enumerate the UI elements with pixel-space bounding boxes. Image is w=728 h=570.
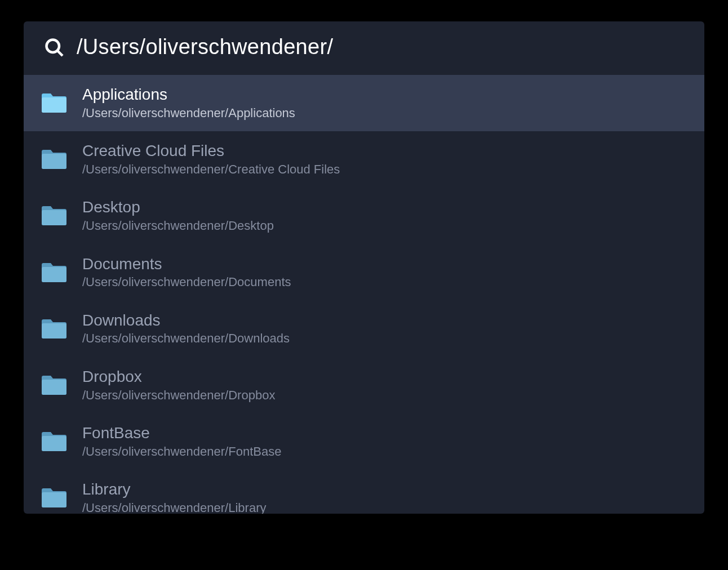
result-name: Dropbox xyxy=(82,367,275,386)
result-path: /Users/oliverschwendener/FontBase xyxy=(82,444,281,460)
svg-point-0 xyxy=(47,39,60,52)
folder-icon xyxy=(41,204,68,227)
launcher-window: Applications/Users/oliverschwendener/App… xyxy=(24,21,704,514)
result-item[interactable]: Applications/Users/oliverschwendener/App… xyxy=(24,75,704,131)
result-name: Documents xyxy=(82,255,291,274)
result-name: FontBase xyxy=(82,424,281,443)
folder-icon xyxy=(41,487,68,509)
result-name: Library xyxy=(82,480,266,499)
search-bar xyxy=(24,21,704,75)
result-item[interactable]: Creative Cloud Files/Users/oliverschwend… xyxy=(24,131,704,188)
result-name: Desktop xyxy=(82,198,274,217)
folder-icon xyxy=(41,261,68,284)
result-text: Library/Users/oliverschwendener/Library xyxy=(82,480,266,514)
result-path: /Users/oliverschwendener/Dropbox xyxy=(82,388,275,404)
result-name: Downloads xyxy=(82,311,290,330)
result-path: /Users/oliverschwendener/Creative Cloud … xyxy=(82,162,340,178)
result-text: Dropbox/Users/oliverschwendener/Dropbox xyxy=(82,367,275,403)
search-input[interactable] xyxy=(77,35,684,59)
folder-icon xyxy=(41,430,68,453)
result-item[interactable]: Desktop/Users/oliverschwendener/Desktop xyxy=(24,188,704,244)
result-path: /Users/oliverschwendener/Documents xyxy=(82,274,291,291)
result-path: /Users/oliverschwendener/Desktop xyxy=(82,218,274,234)
result-path: /Users/oliverschwendener/Applications xyxy=(82,105,295,122)
result-item[interactable]: Library/Users/oliverschwendener/Library xyxy=(24,470,704,514)
result-text: Applications/Users/oliverschwendener/App… xyxy=(82,85,295,121)
result-name: Applications xyxy=(82,85,295,104)
result-item[interactable]: Dropbox/Users/oliverschwendener/Dropbox xyxy=(24,357,704,413)
result-name: Creative Cloud Files xyxy=(82,141,340,161)
folder-icon xyxy=(41,318,68,340)
result-text: Documents/Users/oliverschwendener/Docume… xyxy=(82,255,291,291)
result-item[interactable]: FontBase/Users/oliverschwendener/FontBas… xyxy=(24,413,704,470)
result-path: /Users/oliverschwendener/Library xyxy=(82,500,266,514)
result-item[interactable]: Downloads/Users/oliverschwendener/Downlo… xyxy=(24,301,704,357)
result-item[interactable]: Documents/Users/oliverschwendener/Docume… xyxy=(24,244,704,301)
result-text: Downloads/Users/oliverschwendener/Downlo… xyxy=(82,311,290,347)
svg-line-1 xyxy=(57,51,63,56)
result-text: Desktop/Users/oliverschwendener/Desktop xyxy=(82,198,274,234)
result-text: Creative Cloud Files/Users/oliverschwend… xyxy=(82,141,340,177)
result-path: /Users/oliverschwendener/Downloads xyxy=(82,331,290,347)
result-text: FontBase/Users/oliverschwendener/FontBas… xyxy=(82,424,281,460)
search-icon xyxy=(44,37,64,57)
folder-icon xyxy=(41,148,68,171)
results-list[interactable]: Applications/Users/oliverschwendener/App… xyxy=(24,75,704,514)
folder-icon xyxy=(41,92,68,114)
folder-icon xyxy=(41,374,68,397)
